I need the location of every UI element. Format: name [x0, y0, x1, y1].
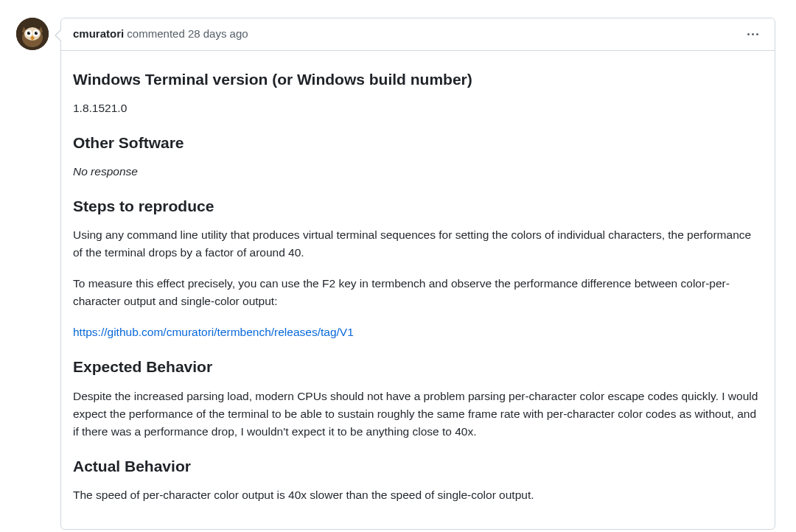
comment-verb: commented: [127, 27, 184, 40]
section-heading-other-software: Other Software: [73, 133, 763, 153]
comment-box: cmuratori commented 28 days ago Windows …: [60, 18, 775, 530]
page-container: cmuratori commented 28 days ago Windows …: [0, 0, 796, 532]
svg-point-6: [35, 32, 38, 35]
svg-point-7: [29, 32, 29, 32]
comment-header: cmuratori commented 28 days ago: [61, 18, 775, 51]
other-software-value: No response: [73, 163, 763, 181]
section-heading-steps: Steps to reproduce: [73, 197, 763, 216]
expected-paragraph: Despite the increased parsing load, mode…: [73, 388, 763, 441]
termbench-release-link[interactable]: https://github.com/cmuratori/termbench/r…: [73, 326, 354, 338]
section-heading-actual: Actual Behavior: [73, 457, 763, 476]
svg-point-5: [27, 32, 30, 35]
comment-timeline-item: cmuratori commented 28 days ago Windows …: [16, 18, 775, 530]
section-heading-expected: Expected Behavior: [73, 357, 763, 377]
steps-paragraph-1: Using any command line utility that prod…: [73, 226, 763, 262]
svg-point-8: [36, 32, 37, 32]
no-response-text: No response: [73, 165, 138, 178]
version-value: 1.8.1521.0: [73, 99, 763, 117]
owl-avatar-icon: [16, 18, 49, 50]
actual-paragraph: The speed of per-character color output …: [73, 486, 763, 504]
comment-timestamp[interactable]: 28 days ago: [188, 27, 248, 40]
comment-body: Windows Terminal version (or Windows bui…: [61, 51, 775, 529]
section-heading-version: Windows Terminal version (or Windows bui…: [73, 70, 763, 89]
comment-meta: cmuratori commented 28 days ago: [73, 26, 248, 43]
steps-paragraph-2: To measure this effect precisely, you ca…: [73, 275, 763, 310]
comment-actions-menu-button[interactable]: [743, 29, 763, 40]
author-avatar[interactable]: [16, 18, 49, 50]
author-link[interactable]: cmuratori: [73, 27, 124, 40]
avatar-container: [16, 18, 49, 50]
steps-link-paragraph: https://github.com/cmuratori/termbench/r…: [73, 323, 763, 341]
